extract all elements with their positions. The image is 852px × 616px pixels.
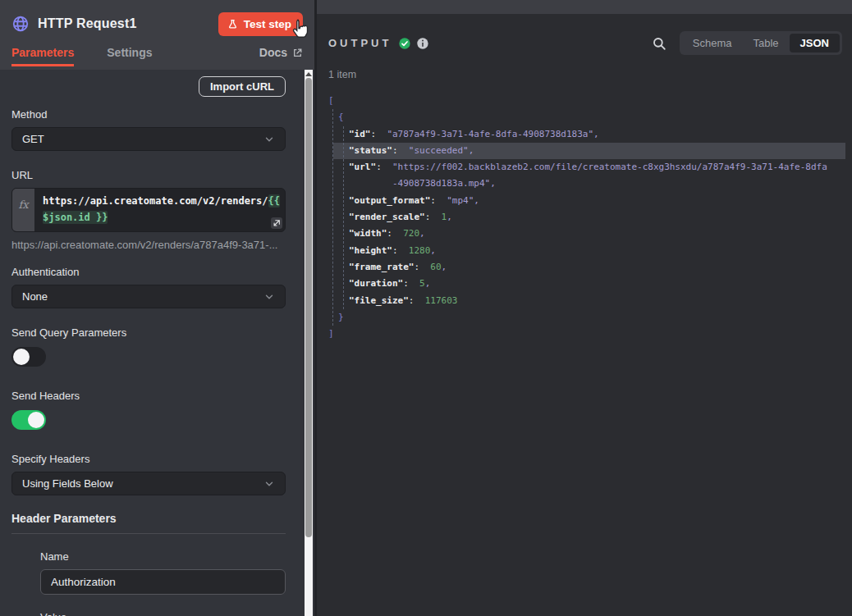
left-panel-scrollbar[interactable] <box>305 70 313 616</box>
items-count: 1 item <box>328 69 852 80</box>
indent-guide <box>343 126 344 309</box>
search-icon[interactable] <box>652 36 666 51</box>
globe-icon <box>11 15 30 33</box>
json-line: "file_size": 117603 <box>328 293 845 309</box>
url-field: URL fx https://api.creatomate.com/v2/ren… <box>11 169 286 251</box>
header-parameters-section: Header Parameters Name Value <box>11 512 286 616</box>
fx-icon: fx <box>12 189 34 231</box>
send-headers-label: Send Headers <box>11 390 286 402</box>
json-line: [ <box>328 93 845 109</box>
authentication-label: Authentication <box>11 266 286 278</box>
specify-headers-select[interactable]: Using Fields Below <box>11 472 286 495</box>
node-header: HTTP Request1 Test step Parameters Setti… <box>0 0 314 70</box>
method-field: Method GET <box>11 108 286 151</box>
send-headers-toggle[interactable] <box>11 410 46 430</box>
scroll-up-arrow[interactable] <box>305 72 312 76</box>
json-line: "frame_rate": 60, <box>328 259 845 276</box>
send-query-field: Send Query Parameters <box>11 326 286 367</box>
header-name-input[interactable] <box>40 569 286 595</box>
evaluated-url: https://api.creatomate.com/v2/renders/a7… <box>11 239 286 251</box>
flask-icon <box>227 19 238 30</box>
node-title: HTTP Request1 <box>38 16 218 31</box>
chevron-down-icon <box>263 291 275 303</box>
tab-settings[interactable]: Settings <box>107 46 152 66</box>
tab-schema[interactable]: Schema <box>682 34 743 52</box>
json-line: "status": "succeeded", <box>333 143 845 159</box>
specify-headers-label: Specify Headers <box>11 453 286 465</box>
header-value-field: Value <box>40 611 286 616</box>
import-curl-button[interactable]: Import cURL <box>199 76 286 97</box>
output-title: OUTPUT <box>328 37 392 49</box>
tab-json[interactable]: JSON <box>790 34 840 52</box>
specify-headers-field: Specify Headers Using Fields Below <box>11 453 286 495</box>
node-tabs: Parameters Settings Docs <box>0 43 314 70</box>
json-line: "url": "https://f002.backblazeb2.com/fil… <box>328 159 831 193</box>
method-label: Method <box>11 108 286 121</box>
tab-parameters[interactable]: Parameters <box>11 46 74 66</box>
output-panel: OUTPUT <box>317 14 852 616</box>
background-strip <box>317 0 852 14</box>
output-view-tabs: Schema Table JSON <box>680 31 842 55</box>
test-step-button[interactable]: Test step <box>218 12 303 36</box>
json-line: { <box>328 109 845 125</box>
chevron-down-icon <box>263 134 275 145</box>
scrollbar-thumb[interactable] <box>305 78 312 537</box>
url-label: URL <box>11 169 286 181</box>
chevron-down-icon <box>263 478 275 490</box>
send-query-toggle[interactable] <box>11 347 46 367</box>
json-line: "output_format": "mp4", <box>328 193 845 209</box>
header-name-field: Name <box>40 550 286 595</box>
info-icon[interactable] <box>416 37 429 50</box>
expand-expression-icon[interactable] <box>271 217 282 229</box>
send-headers-field: Send Headers <box>11 390 286 430</box>
success-check-icon <box>398 37 411 50</box>
json-line: ] <box>328 326 845 342</box>
json-line: "height": 1280, <box>328 243 845 259</box>
json-line: "duration": 5, <box>328 276 845 292</box>
parameters-body: Import cURL Method GET URL fx https://ap… <box>0 70 314 616</box>
url-expression-input[interactable]: fx https://api.creatomate.com/v2/renders… <box>11 188 286 232</box>
external-link-icon <box>292 48 303 58</box>
header-value-label: Value <box>40 611 286 616</box>
node-settings-panel: HTTP Request1 Test step Parameters Setti… <box>0 0 314 616</box>
ndv-window: HTTP Request1 Test step Parameters Setti… <box>0 0 852 616</box>
json-line: "id": "a787a4f9-3a71-4afe-8dfa-4908738d1… <box>328 126 845 143</box>
json-line: } <box>328 309 845 326</box>
divider <box>11 533 286 534</box>
tab-table[interactable]: Table <box>743 34 790 52</box>
authentication-select[interactable]: None <box>11 285 286 308</box>
method-select[interactable]: GET <box>11 127 286 151</box>
json-line: "width": 720, <box>328 226 845 242</box>
json-output-view: [{"id": "a787a4f9-3a71-4afe-8dfa-4908738… <box>328 93 852 342</box>
output-panel-wrap: OUTPUT <box>317 0 852 616</box>
indent-guide <box>332 109 333 326</box>
header-name-label: Name <box>40 550 286 563</box>
json-line: "render_scale": 1, <box>328 209 845 226</box>
docs-link[interactable]: Docs <box>259 46 303 66</box>
send-query-label: Send Query Parameters <box>11 326 286 339</box>
header-parameters-label: Header Parameters <box>11 512 286 525</box>
authentication-field: Authentication None <box>11 266 286 308</box>
